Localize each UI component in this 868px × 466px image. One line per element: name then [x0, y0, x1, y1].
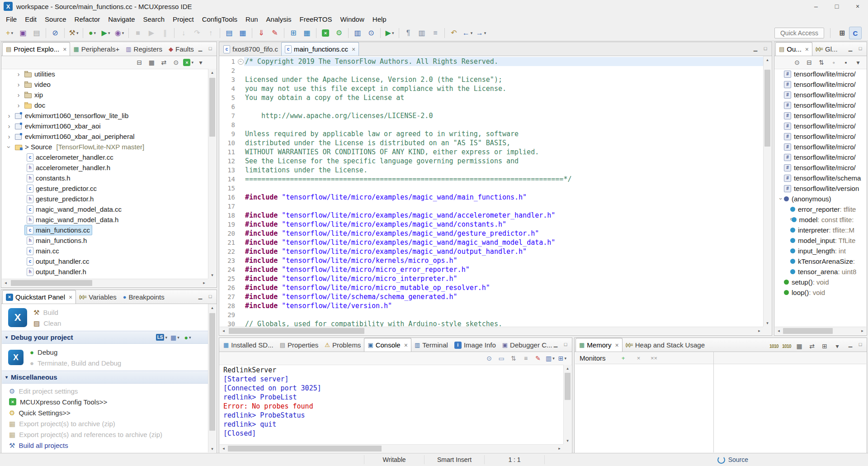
- tab-image-info[interactable]: iImage Info: [451, 338, 499, 352]
- linkserver-button[interactable]: LS▾: [155, 332, 168, 343]
- debug-probe-button[interactable]: ●▾: [182, 332, 193, 343]
- config-tools-clocks-button[interactable]: ⚙: [333, 27, 345, 39]
- maximize-view-icon[interactable]: □: [206, 44, 215, 53]
- maximize-view-icon[interactable]: □: [856, 340, 865, 349]
- tree-item-source[interactable]: ›> Source[TensorFlowLite-NXP master]: [2, 142, 208, 152]
- close-icon[interactable]: ×: [615, 342, 618, 349]
- quickstart-build-all-projects[interactable]: ⚒Build all projects: [9, 440, 208, 451]
- maximize-view-icon[interactable]: □: [761, 44, 770, 53]
- code-line-27[interactable]: 27#include "tensorflow/lite/schema/schem…: [220, 292, 763, 301]
- code-line-1[interactable]: 1−/* Copyright 2019 The TensorFlow Autho…: [220, 57, 763, 66]
- quick-access-field[interactable]: Quick Access: [774, 28, 824, 38]
- ascii-rendering-button[interactable]: 1010: [781, 341, 793, 352]
- link-with-editor-button[interactable]: ⇄: [158, 57, 170, 68]
- chevron-down-icon[interactable]: ›: [778, 196, 784, 202]
- chevron-right-icon[interactable]: ›: [15, 91, 22, 99]
- resume-button[interactable]: ▶: [145, 27, 158, 39]
- forward-button[interactable]: →▾: [475, 27, 487, 39]
- profile-button[interactable]: ◉▾: [113, 27, 126, 39]
- code-line-6[interactable]: 6: [220, 102, 763, 111]
- hide-static-button[interactable]: ▪: [840, 57, 852, 68]
- step-return-button[interactable]: ↑: [204, 27, 217, 39]
- close-icon[interactable]: ×: [63, 46, 66, 53]
- scroll-arrow-icon[interactable]: ◂: [2, 279, 9, 286]
- tab-properties[interactable]: ▤Properties: [277, 338, 322, 352]
- tab-memory[interactable]: ▦Memory×: [576, 338, 623, 352]
- tab-installed-sd[interactable]: ▦Installed SD...: [220, 338, 277, 352]
- chevron-right-icon[interactable]: ›: [5, 112, 13, 119]
- code-line-28[interactable]: 28#include "tensorflow/lite/version.h": [220, 301, 763, 310]
- window-close-button[interactable]: ×: [847, 0, 868, 13]
- minimize-view-icon[interactable]: ▁: [751, 44, 760, 53]
- code-line-12[interactable]: 12See the License for the specific langu…: [220, 157, 763, 166]
- mcux-filter-button[interactable]: ×▾: [182, 57, 194, 68]
- outline-list[interactable]: #tensorflow/lite/micro/#tensorflow/lite/…: [775, 69, 866, 327]
- save-all-button[interactable]: ▤: [30, 27, 43, 39]
- chevron-right-icon[interactable]: ›: [15, 81, 22, 88]
- vertical-scrollbar[interactable]: ▴▾: [563, 365, 571, 444]
- code-line-16[interactable]: 16#include "tensorflow/lite/micro/exampl…: [220, 193, 763, 202]
- project-tree[interactable]: ›utilities›video›xip›doc›evkmimxrt1060_t…: [2, 69, 208, 279]
- build-all-button[interactable]: ⚒▾: [67, 27, 80, 39]
- scroll-thumb[interactable]: [764, 70, 770, 147]
- open-perspective-button[interactable]: ⊞: [836, 27, 848, 38]
- menu-run[interactable]: Run: [241, 14, 262, 25]
- new-wizard-button[interactable]: +▾: [3, 27, 16, 39]
- collapse-triangle-icon[interactable]: ▾: [5, 375, 8, 380]
- scroll-arrow-icon[interactable]: ◂: [775, 327, 783, 334]
- collapse-all-button[interactable]: ⊟: [133, 57, 145, 68]
- quickstart-debug[interactable]: ●Debug: [30, 347, 121, 357]
- code-line-25[interactable]: 25#include "tensorflow/lite/micro/micro_…: [220, 274, 763, 283]
- scroll-arrow-icon[interactable]: ▸: [556, 445, 563, 452]
- suspend-button[interactable]: ∥: [159, 27, 171, 39]
- tree-item-gesture-predictor-h[interactable]: hgesture_predictor.h: [2, 194, 208, 204]
- code-line-24[interactable]: 24#include "tensorflow/lite/micro/micro_…: [220, 265, 763, 274]
- outline-item-tensorflow-lite-micro[interactable]: #tensorflow/lite/micro/: [775, 69, 866, 79]
- outline-item-input-length[interactable]: input_length : int: [775, 246, 866, 256]
- horizontal-scrollbar[interactable]: ◂▸: [775, 327, 866, 335]
- scroll-arrow-icon[interactable]: ▴: [208, 69, 216, 76]
- tree-item-output-handler-cc[interactable]: coutput_handler.cc: [2, 256, 208, 266]
- menu-project[interactable]: Project: [169, 14, 198, 25]
- scroll-arrow-icon[interactable]: ▴: [564, 365, 571, 372]
- fold-collapse-icon[interactable]: −: [238, 59, 244, 65]
- new-memory-tab-button[interactable]: ⊞: [819, 341, 830, 352]
- outline-item-tensorflow-lite-micro[interactable]: #tensorflow/lite/micro/: [775, 121, 866, 131]
- tree-item-evkmimxrt1060-xbar-aoi-peripheral[interactable]: ›evkmimxrt1060_xbar_aoi_peripheral: [2, 131, 208, 142]
- scroll-arrow-icon[interactable]: ▴: [764, 56, 771, 63]
- scroll-thumb[interactable]: [228, 446, 382, 452]
- scroll-arrow-icon[interactable]: ▾: [208, 271, 216, 279]
- outline-item-tensorflow-lite-micro[interactable]: #tensorflow/lite/micro/: [775, 152, 866, 162]
- tree-item-accelerometer-handler-cc[interactable]: caccelerometer_handler.cc: [2, 152, 208, 162]
- remove-monitor-button[interactable]: ×: [633, 352, 645, 363]
- minimize-view-icon[interactable]: ▁: [551, 340, 560, 349]
- focus-button[interactable]: ⊙: [791, 57, 803, 68]
- tab-variables[interactable]: (x)=Variables: [76, 290, 119, 304]
- scroll-thumb[interactable]: [11, 280, 92, 286]
- horizontal-scrollbar[interactable]: ◂▸: [220, 444, 563, 452]
- code-line-19[interactable]: 19#include "tensorflow/lite/micro/exampl…: [220, 220, 763, 229]
- scroll-arrow-icon[interactable]: ▾: [208, 445, 216, 452]
- code-line-8[interactable]: 8: [220, 120, 763, 129]
- outline-item-tensor-arena[interactable]: tensor_arena : uint8: [775, 266, 866, 277]
- add-monitor-button[interactable]: +: [618, 352, 629, 363]
- window-maximize-button[interactable]: □: [826, 0, 847, 13]
- minimize-view-icon[interactable]: ▁: [196, 44, 205, 53]
- sort-button[interactable]: ⇅: [816, 57, 827, 68]
- code-editor[interactable]: 1−/* Copyright 2019 The TensorFlow Autho…: [220, 56, 763, 327]
- tree-item-main-functions-h[interactable]: hmain_functions.h: [2, 235, 208, 246]
- tree-item-accelerometer-handler-h[interactable]: haccelerometer_handler.h: [2, 162, 208, 173]
- remove-all-monitors-button[interactable]: ××: [648, 352, 660, 363]
- hide-fields-button[interactable]: ◦: [828, 57, 840, 68]
- tab-peripherals[interactable]: ▦Peripherals+: [70, 43, 123, 56]
- tab-gl[interactable]: (x)=Gl...: [812, 43, 841, 56]
- scroll-thumb[interactable]: [209, 78, 215, 137]
- view-menu-button[interactable]: ▾: [852, 57, 864, 68]
- outline-item-tensorflow-lite-schema[interactable]: #tensorflow/lite/schema: [775, 173, 866, 183]
- outline-item-tensorflow-lite-micro[interactable]: #tensorflow/lite/micro/: [775, 100, 866, 110]
- tree-item-main-functions-cc[interactable]: cmain_functions.cc: [2, 225, 208, 235]
- outline-item-tensorflow-lite-micro[interactable]: #tensorflow/lite/micro/: [775, 79, 866, 90]
- scroll-arrow-icon[interactable]: ▾: [564, 437, 571, 444]
- outline-item-model-input[interactable]: model_input : TfLite: [775, 235, 866, 246]
- view-menu-button[interactable]: ▾: [195, 57, 207, 68]
